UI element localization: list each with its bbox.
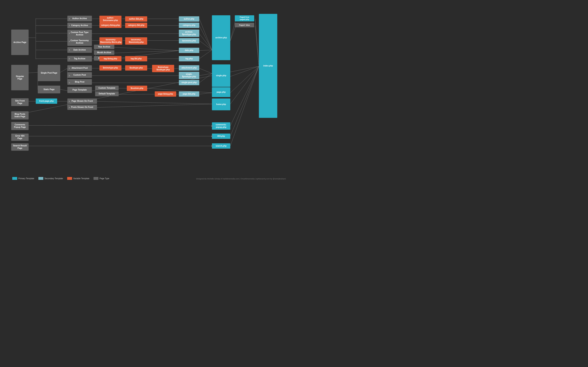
svg-line-17 (199, 34, 212, 50)
comments-popup-page-node: CommentsPopup Page (11, 122, 29, 130)
search-result-page-node: Search ResultPage (11, 143, 29, 151)
author-id-node: author-$id.php (125, 16, 147, 22)
author-nicename-node: author-$nicename.php (99, 16, 121, 23)
dot-custom-post (69, 75, 70, 76)
svg-line-56 (199, 73, 212, 83)
svg-line-78 (19, 125, 212, 126)
diagram: Archive Page Author Archive Category Arc… (0, 0, 294, 184)
legend-secondary-label: Secondary Template (44, 177, 63, 180)
custom-post-node: Custom Post (67, 72, 92, 78)
comments-popup-php-node: comments-popup.php (212, 122, 230, 130)
date-archive-node: Date Archive (67, 47, 92, 53)
dot-404 (211, 136, 213, 137)
mimetype-subtype-php-node: $mimetype$subtype.php (152, 65, 174, 72)
attachment-php-node: attachment.php (179, 65, 199, 71)
archive-php-node: archive.php (212, 15, 230, 60)
dot-page-shown (69, 101, 70, 102)
custom-template-node: Custom Template (95, 86, 119, 91)
svg-line-38 (255, 26, 259, 66)
svg-line-67 (230, 66, 259, 76)
legend-variable-label: Variable Template (73, 177, 89, 180)
taxonomy-staxonomy-node: taxonomy-$taxonomy.php (125, 37, 147, 45)
svg-line-52 (199, 68, 212, 73)
archive-posttype-node: archive-$posttype.php (179, 30, 199, 37)
taxonomy-staxonomy-sterm-node: taxonomy-$taxonomy-$term.php (99, 37, 122, 45)
legend-pagetype: Page Type (94, 177, 109, 180)
legend-variable: Variable Template (67, 177, 89, 180)
svg-line-34 (199, 50, 212, 59)
custom-php-node: $custom.php (127, 86, 147, 91)
svg-line-75 (97, 104, 212, 108)
svg-line-64 (119, 94, 155, 94)
legend-pagetype-label: Page Type (100, 177, 109, 180)
tag-php-node: tag.php (179, 56, 199, 61)
svg-line-15 (199, 25, 212, 50)
svg-line-11 (199, 19, 212, 50)
search-php-node: search.php (212, 143, 230, 149)
category-php-node: category.php (179, 23, 199, 28)
legend-primary: Primary Template (12, 177, 34, 180)
legend: Primary Template Secondary Template Vari… (12, 177, 109, 180)
dot-date (69, 49, 70, 50)
dot-taxonomy (69, 41, 70, 42)
index-php-node: index.php (259, 14, 277, 118)
svg-line-68 (230, 66, 259, 93)
svg-line-27 (114, 47, 179, 50)
taxonomy-php-node: taxonomy.php (179, 38, 199, 43)
dot-tag (69, 58, 70, 59)
legend-pagetype-box (94, 177, 98, 180)
blog-post-node: Blog Post (67, 79, 92, 85)
dot-posts-shown (69, 107, 70, 108)
legend-secondary: Secondary Template (38, 177, 63, 180)
month-archive-node: Month Archive (94, 50, 114, 55)
mimetype-php-node: $mimetype.php (99, 65, 121, 71)
author-archive-node: Author Archive (67, 16, 92, 21)
dot-blog-post (69, 82, 70, 83)
single-post-page-node: Single Post Page (38, 65, 60, 81)
svg-line-43 (60, 68, 67, 72)
dot-custom-post-archive (69, 33, 70, 34)
custom-taxonomy-archive-node: Custom TaxonomyArchive (67, 38, 92, 46)
category-archive-node: Category Archive (67, 23, 92, 28)
error-404-page-node: Error 404Page (11, 133, 29, 141)
svg-line-79 (230, 66, 259, 126)
footer-credit: Designed By Michelle Schulp of marktimem… (196, 178, 286, 180)
svg-line-76 (230, 66, 259, 104)
svg-line-50 (147, 68, 152, 69)
subtype-php-node: $subtype.php (125, 65, 147, 71)
category-id-node: category-$id.php (125, 23, 147, 28)
legend-primary-box (12, 177, 17, 180)
front-page-php-node: front-page.php (36, 99, 57, 104)
tag-archive-node: Tag Archive (67, 56, 92, 62)
dot-category (69, 25, 70, 26)
default-template-node: Default Template (95, 91, 119, 96)
posts-shown-on-front-node: Posts Shown On Front (67, 105, 97, 110)
svg-line-54 (199, 73, 212, 76)
blog-posts-index-node: Blog PostsIndex Page (11, 111, 29, 119)
page-shown-on-front-node: Page Shown On Front (67, 99, 97, 104)
page-slug-php-node: page-$slug.php (155, 91, 176, 97)
custom-post-type-archive-node: Custom Post TypeArchive (67, 30, 92, 38)
svg-line-28 (114, 50, 179, 53)
svg-line-37 (255, 19, 259, 66)
dot-attachment (69, 68, 70, 69)
year-archive-node: Year Archive (94, 45, 114, 49)
svg-line-57 (60, 89, 67, 91)
legend-variable-box (67, 177, 72, 180)
svg-line-35 (230, 19, 236, 41)
paged-false-node: Paged: false (235, 23, 254, 27)
svg-line-36 (230, 26, 236, 41)
svg-line-66 (199, 93, 212, 94)
singular-page-node: SingularPage (11, 65, 29, 90)
page-template-node: Page Template (67, 87, 92, 93)
svg-line-51 (174, 68, 179, 69)
dot-comments (211, 125, 213, 127)
single-php-node: single.php (212, 64, 230, 87)
archive-page-node: Archive Page (11, 30, 29, 55)
tag-slug-node: tag-$slug.php (99, 56, 121, 61)
attachment-post-node: Attachment Post (67, 65, 92, 71)
svg-line-74 (97, 101, 212, 104)
legend-primary-label: Primary Template (18, 177, 34, 180)
single-posttype-php-node: single-$posttype.php (179, 72, 199, 79)
single-post-php-node: single-post.php (179, 80, 199, 85)
